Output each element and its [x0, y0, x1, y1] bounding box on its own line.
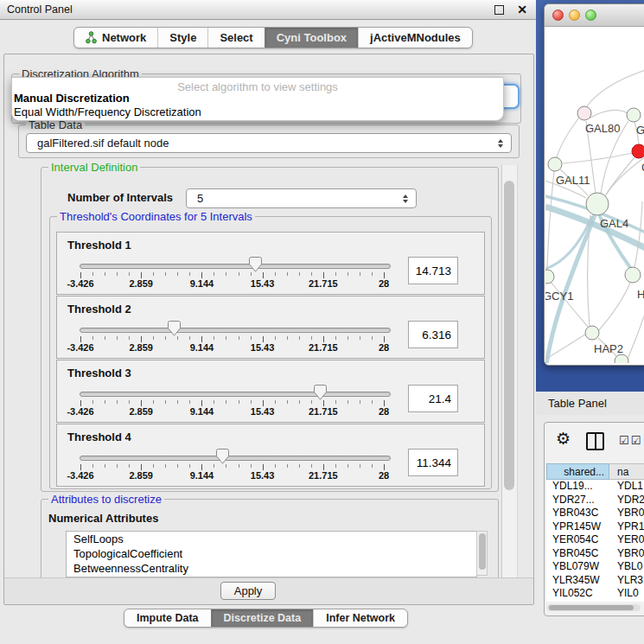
shared-name-cell[interactable]: YER054C [546, 533, 609, 547]
table-panel-titlebar: Table Panel [536, 392, 644, 416]
slider-thumb[interactable] [168, 321, 181, 336]
slider-thumb[interactable] [216, 449, 229, 464]
slider-tick [299, 464, 300, 468]
table-row[interactable]: YDL19...YDL1 [546, 480, 644, 494]
attribute-list-item[interactable]: SelfLoops [67, 532, 476, 546]
zoom-traffic-light-icon[interactable] [585, 10, 596, 21]
numerical-attributes-list[interactable]: SelfLoopsTopologicalCoefficientBetweenne… [66, 531, 477, 577]
slider-track[interactable] [80, 392, 391, 397]
checkbox-icons[interactable]: ☑☑ [619, 434, 642, 447]
table-hscrollbar-thumb[interactable] [549, 605, 634, 610]
name-cell[interactable]: YIL0 [609, 587, 644, 601]
cyni-bottom-tabs: Impute DataDiscretize DataInfer Network [124, 609, 408, 628]
attributes-scrollbar-thumb[interactable] [479, 533, 486, 570]
slider-tick [372, 400, 373, 404]
network-node-gal[interactable] [627, 108, 641, 122]
tab-select[interactable]: Select [207, 28, 264, 48]
close-icon[interactable]: ✕ [517, 3, 527, 16]
name-cell[interactable]: YBR0 [609, 507, 644, 520]
slider-tick-label: 28 [356, 278, 411, 289]
apply-button[interactable]: Apply [220, 582, 276, 600]
slider-tick [251, 272, 252, 276]
network-node-c[interactable] [632, 144, 644, 158]
name-cell[interactable]: YDR2 [609, 494, 644, 507]
network-edge [606, 156, 644, 194]
slider-tick-label: 2.859 [113, 278, 169, 289]
network-node-gal11[interactable] [548, 157, 562, 171]
gear-icon[interactable]: ⚙ [556, 430, 571, 449]
network-node-gal80[interactable] [577, 106, 591, 120]
network-node-hap2[interactable] [585, 326, 599, 340]
name-cell[interactable]: YBR0 [609, 547, 644, 561]
tab-jactivemnodules[interactable]: jActiveMNodules [358, 28, 472, 48]
tab-cyni-toolbox[interactable]: Cyni Toolbox [265, 28, 358, 48]
column-header-shared-name[interactable]: shared... [546, 463, 609, 480]
network-node-h[interactable] [625, 267, 641, 283]
network-edge [557, 118, 579, 157]
name-cell[interactable]: YPR1 [609, 520, 644, 534]
slider-thumb[interactable] [249, 257, 262, 272]
table-row[interactable]: YBR045CYBR0 [546, 547, 644, 561]
threshold-value-field[interactable]: 21.4 [408, 385, 458, 412]
table-row[interactable]: YBR043CYBR0 [546, 507, 644, 520]
name-cell[interactable]: YLR3 [609, 574, 644, 588]
table-row[interactable]: YBL079WYBL0 [546, 560, 644, 574]
shared-name-cell[interactable]: YBR045C [546, 547, 609, 561]
slider-tick [275, 400, 276, 404]
tab-impute-data[interactable]: Impute Data [124, 609, 211, 627]
tab-discretize-data[interactable]: Discretize Data [211, 609, 314, 627]
network-node-gcy1[interactable] [545, 270, 554, 284]
tab-network[interactable]: Network [74, 28, 157, 48]
tab-label: Infer Network [326, 612, 395, 624]
table-horizontal-scrollbar[interactable] [547, 604, 641, 611]
shared-name-cell[interactable]: YLR345W [546, 574, 609, 588]
name-cell[interactable]: YDL1 [609, 480, 644, 494]
float-window-icon[interactable] [494, 5, 504, 15]
slider-track[interactable] [80, 264, 391, 269]
tab-style[interactable]: Style [157, 28, 207, 48]
slider-track[interactable] [80, 456, 391, 461]
shared-name-cell[interactable]: YPR145W [546, 520, 609, 534]
name-cell[interactable]: YER0 [609, 533, 644, 547]
table-row[interactable]: YER054CYER0 [546, 533, 644, 547]
network-canvas[interactable]: GAL80GALCGAL11GAL4GCY1HHAP2 [545, 26, 644, 366]
tab-infer-network[interactable]: Infer Network [313, 609, 407, 627]
shared-name-cell[interactable]: YBL079W [546, 560, 609, 574]
shared-name-cell[interactable]: YIL052C [546, 587, 609, 601]
threshold-value-field[interactable]: 11.344 [408, 449, 458, 476]
slider-thumb[interactable] [314, 385, 327, 400]
algorithm-option[interactable]: Manual Discretization [14, 92, 130, 105]
attribute-list-item[interactable]: BetweennessCentrality [67, 561, 476, 576]
network-node[interactable] [615, 354, 628, 363]
attributes-list-scrollbar[interactable] [476, 531, 488, 576]
threshold-value-field[interactable]: 14.713 [408, 257, 458, 284]
table-row[interactable]: YIL052CYIL0 [546, 587, 644, 601]
slider-tick [226, 464, 226, 468]
threshold-value-field[interactable]: 6.316 [408, 321, 458, 348]
table-row[interactable]: YLR345WYLR3 [546, 574, 644, 588]
close-traffic-light-icon[interactable] [552, 10, 564, 21]
shared-name-cell[interactable]: YBR043C [546, 507, 609, 520]
network-node-gal4[interactable] [586, 193, 609, 215]
shared-name-cell[interactable]: YDL19... [546, 480, 609, 494]
slider-tick [348, 400, 348, 404]
settings-scrollbar-thumb[interactable] [504, 181, 514, 490]
table-row[interactable]: YDR27...YDR2 [546, 494, 644, 507]
table-row[interactable]: YPR145WYPR1 [546, 520, 644, 534]
table-data-combobox[interactable]: galFiltered.sif default node [26, 133, 512, 153]
slider-tick [105, 336, 105, 340]
slider-tick [153, 464, 154, 468]
network-window-titlebar[interactable] [545, 4, 644, 27]
columns-icon[interactable] [586, 432, 604, 450]
apply-strip: Apply [4, 577, 533, 604]
attribute-list-item[interactable]: TopologicalCoefficient [67, 546, 476, 561]
number-of-intervals-combobox[interactable]: 5 [186, 188, 417, 208]
column-header-name[interactable]: na [609, 463, 644, 480]
name-cell[interactable]: YBL0 [609, 560, 644, 574]
settings-scrollbar[interactable] [501, 165, 518, 578]
minimize-traffic-light-icon[interactable] [569, 10, 580, 21]
slider-track[interactable] [80, 328, 391, 333]
algorithm-option[interactable]: Equal Width/Frequency Discretization [14, 105, 201, 118]
shared-name-cell[interactable]: YDR27... [546, 494, 609, 507]
slider-tick [226, 272, 226, 276]
